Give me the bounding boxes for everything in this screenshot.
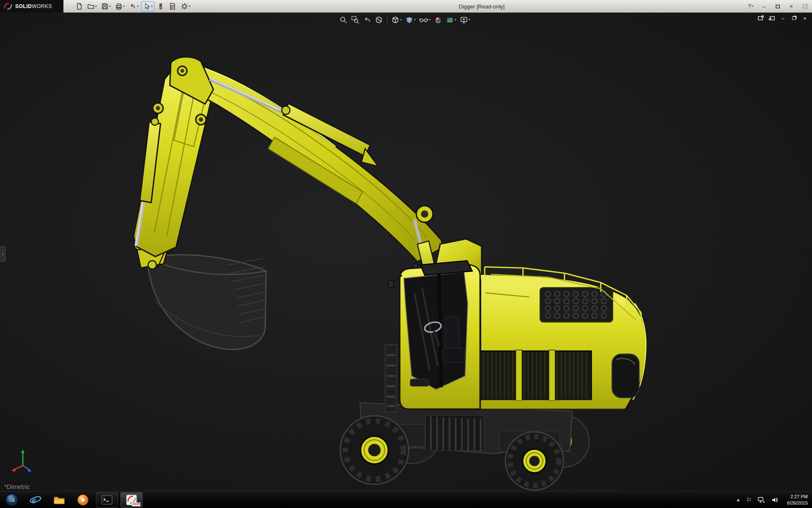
- undo-button[interactable]: ▾: [127, 1, 140, 11]
- select-button[interactable]: ▾: [141, 1, 154, 11]
- new-file-icon: [75, 3, 83, 10]
- select-cursor-icon: [143, 3, 151, 10]
- command-prompt-icon: [101, 495, 113, 505]
- new-button[interactable]: [74, 1, 85, 11]
- rebuild-button[interactable]: [155, 1, 166, 11]
- view-orientation-caret-icon: ▾: [400, 18, 402, 22]
- hide-show-items-button[interactable]: ▾: [418, 14, 432, 25]
- doc-restore-button[interactable]: [790, 14, 798, 22]
- start-button[interactable]: [0, 491, 24, 508]
- print-icon: [115, 3, 123, 10]
- network-icon[interactable]: [757, 497, 765, 503]
- zoom-to-area-button[interactable]: [350, 14, 361, 25]
- taskbar-item-internet-explorer[interactable]: e: [24, 491, 47, 508]
- feature-panel-flyout-tab[interactable]: ‹: [0, 246, 5, 262]
- brand-works: WORKS: [32, 3, 52, 9]
- doc-restore-icon: [792, 17, 796, 20]
- maximize-button[interactable]: [773, 2, 782, 11]
- rear-wheel[interactable]: [505, 432, 563, 490]
- select-caret-icon[interactable]: ▾: [151, 5, 153, 8]
- clock-time: 2:27 PM: [787, 494, 808, 500]
- quick-access-toolbar: ▾ ▾ ▾ ▾ ▾: [74, 1, 192, 11]
- hide-show-glasses-icon: [419, 16, 428, 24]
- minimize-icon: –: [763, 3, 766, 9]
- zoom-to-area-icon: [351, 16, 359, 24]
- window-title: Digger [Read-only]: [459, 0, 505, 13]
- flyout-arrow-icon: ‹: [2, 251, 3, 257]
- taskbar-item-command-prompt[interactable]: [96, 492, 118, 508]
- edit-appearance-button[interactable]: [433, 14, 444, 25]
- help-button[interactable]: ?▾: [746, 2, 755, 11]
- view-settings-button[interactable]: ▾: [458, 14, 472, 25]
- fullscreen-toggle-button[interactable]: [800, 2, 809, 11]
- system-tray: ▲ ⚐ 2:27 PM 6/26/2015: [736, 494, 812, 506]
- svg-text:e: e: [32, 494, 36, 505]
- doc-float-button[interactable]: [757, 14, 765, 22]
- open-caret-icon[interactable]: ▾: [95, 5, 97, 8]
- doc-minimize-button[interactable]: –: [779, 14, 787, 22]
- front-wheel[interactable]: [340, 416, 409, 484]
- taskbar-item-solidworks[interactable]: 2015: [121, 492, 143, 508]
- action-center-flag-icon[interactable]: ⚐: [746, 497, 752, 503]
- options-button[interactable]: ▾: [179, 1, 192, 11]
- solidworks-logo: SOLIDWORKS: [0, 0, 63, 13]
- taskbar-clock[interactable]: 2:27 PM 6/26/2015: [785, 494, 808, 506]
- excavator-model[interactable]: [0, 13, 812, 491]
- file-properties-icon: [169, 3, 176, 10]
- undo-caret-icon[interactable]: ▾: [137, 5, 139, 8]
- zoom-to-fit-icon: [339, 16, 348, 24]
- edit-appearance-ball-icon: [434, 16, 442, 24]
- save-floppy-icon: [101, 3, 109, 10]
- tray-expand-button[interactable]: ▲: [736, 497, 741, 502]
- brand-solid: SOLID: [15, 3, 32, 9]
- internet-explorer-icon: e: [29, 494, 42, 506]
- cab[interactable]: [385, 261, 480, 412]
- open-button[interactable]: ▾: [85, 1, 99, 11]
- view-orientation-cube-icon: [391, 16, 400, 24]
- apply-scene-button[interactable]: ▾: [444, 14, 458, 25]
- maximize-icon: [776, 5, 780, 8]
- close-button[interactable]: ×: [787, 2, 796, 11]
- display-style-icon: [405, 16, 414, 24]
- upper-body[interactable]: [468, 267, 646, 409]
- volume-icon[interactable]: [771, 497, 779, 503]
- previous-view-icon: [363, 16, 371, 24]
- doc-dock-icon: [768, 15, 775, 21]
- apply-scene-caret-icon: ▾: [455, 18, 456, 22]
- section-view-button[interactable]: [373, 14, 384, 25]
- windows-start-icon: [5, 494, 18, 506]
- section-view-icon: [375, 16, 383, 24]
- print-button[interactable]: ▾: [113, 1, 126, 11]
- solidworks-logo-icon: [3, 2, 13, 11]
- coordinate-triad: [10, 447, 37, 474]
- previous-view-button[interactable]: [362, 14, 373, 25]
- doc-close-button[interactable]: ×: [801, 14, 809, 22]
- view-orientation-button[interactable]: ▾: [390, 14, 403, 25]
- taskbar-item-file-explorer[interactable]: [47, 491, 71, 508]
- help-caret-icon: ▾: [752, 5, 753, 8]
- graphics-viewport[interactable]: ▾ ▾ ▾ ▾: [0, 13, 812, 491]
- print-caret-icon[interactable]: ▾: [123, 5, 125, 8]
- taskbar-item-media-player[interactable]: [71, 491, 95, 508]
- view-orientation-label: *Dimetric: [4, 483, 30, 490]
- bucket[interactable]: [147, 255, 266, 350]
- zoom-to-fit-button[interactable]: [338, 14, 349, 25]
- doc-minimize-icon: –: [781, 15, 784, 22]
- rebuild-trafficlight-icon: [157, 3, 165, 10]
- options-caret-icon[interactable]: ▾: [189, 5, 190, 8]
- minimize-button[interactable]: –: [760, 2, 769, 11]
- view-settings-caret-icon: ▾: [469, 18, 470, 22]
- taskbar: e 2015 ▲ ⚐: [0, 491, 812, 508]
- folder-icon: [53, 494, 66, 505]
- doc-dock-button[interactable]: [768, 14, 776, 22]
- file-properties-button[interactable]: [167, 1, 178, 11]
- heads-up-toolbar: ▾ ▾ ▾ ▾: [338, 14, 472, 25]
- cab-seat: [445, 316, 460, 350]
- doc-float-icon: [757, 15, 764, 21]
- save-button[interactable]: ▾: [99, 1, 112, 11]
- open-folder-icon: [87, 3, 95, 10]
- toolbar-separator: [387, 16, 387, 24]
- display-style-button[interactable]: ▾: [404, 14, 417, 25]
- display-style-caret-icon: ▾: [414, 18, 416, 22]
- save-caret-icon[interactable]: ▾: [109, 5, 111, 8]
